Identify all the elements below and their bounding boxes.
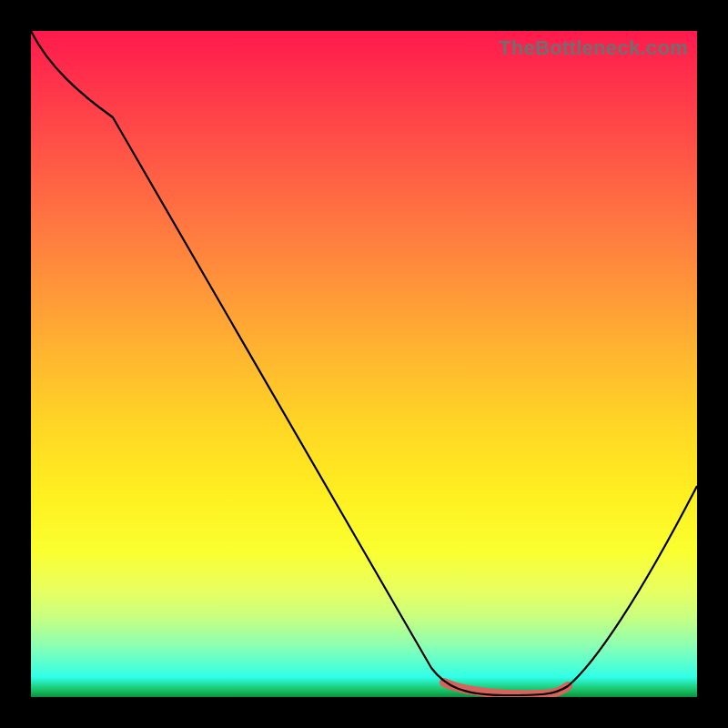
chart-svg (31, 31, 697, 697)
chart-container: TheBottleneck.com (0, 0, 728, 728)
plot-area: TheBottleneck.com (31, 31, 697, 697)
bottleneck-curve (31, 31, 697, 695)
